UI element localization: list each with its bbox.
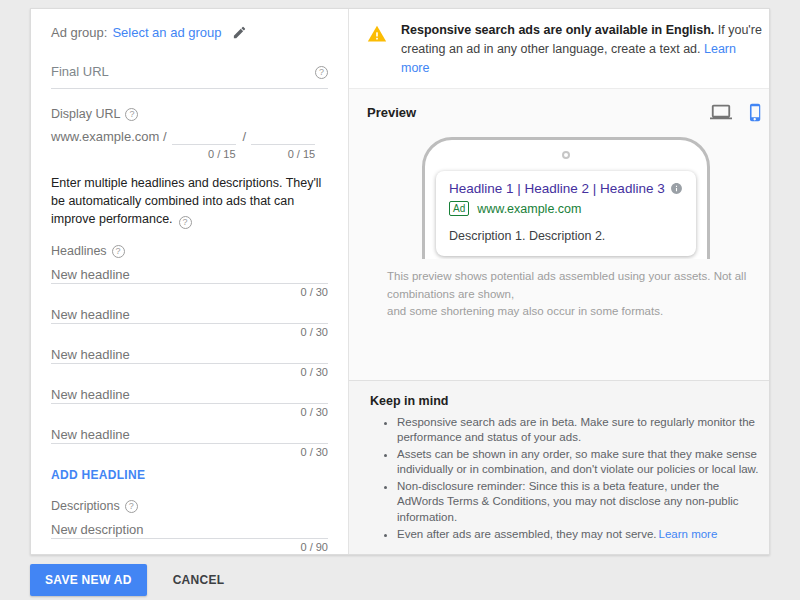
language-warning-banner: Responsive search ads are only available… <box>349 9 770 89</box>
display-path-1: 0 / 15 <box>172 128 236 160</box>
cancel-button[interactable]: CANCEL <box>173 573 225 587</box>
help-icon[interactable]: ? <box>112 245 125 258</box>
display-path-1-input[interactable] <box>172 128 236 145</box>
headline-4-input[interactable] <box>51 386 328 404</box>
descriptions-label: Descriptions <box>51 499 120 513</box>
edit-pencil-icon[interactable] <box>232 25 247 40</box>
help-icon[interactable]: ? <box>125 108 138 121</box>
ad-form-pane: Ad group: Select an ad group ? Display U… <box>31 9 348 554</box>
preview-caption: This preview shows potential ads assembl… <box>387 268 767 320</box>
mobile-preview-icon[interactable] <box>746 103 765 122</box>
bullet-text: Even after ads are assembled, they may n… <box>397 528 657 540</box>
headline-field-2: 0 / 30 <box>51 305 328 338</box>
preview-caption-line1: This preview shows potential ads assembl… <box>387 268 767 303</box>
ad-group-label: Ad group: <box>51 25 107 40</box>
path-2-counter: 0 / 15 <box>251 148 315 160</box>
display-url-base: www.example.com / <box>51 128 167 145</box>
bullet-text: Assets can be shown in any order, so mak… <box>397 448 758 475</box>
ad-preview-card: Headline 1 | Headline 2 | Headline 3 Ad … <box>436 171 696 256</box>
headline-3-counter: 0 / 30 <box>51 366 328 378</box>
help-icon[interactable]: ? <box>179 216 192 229</box>
bullet-text: Non-disclosure reminder: Since this is a… <box>397 480 739 522</box>
display-path-2-input[interactable] <box>251 128 315 145</box>
phone-camera-dot <box>562 151 570 159</box>
list-item: Non-disclosure reminder: Since this is a… <box>397 479 763 525</box>
headlines-label: Headlines <box>51 244 107 258</box>
bullet-text: Responsive search ads are in beta. Make … <box>397 416 755 443</box>
description-1-counter: 0 / 90 <box>51 541 328 553</box>
headline-5-input[interactable] <box>51 426 328 444</box>
preview-title: Preview <box>367 105 416 120</box>
list-item: Responsive search ads are in beta. Make … <box>397 415 763 445</box>
phone-preview-frame: Headline 1 | Headline 2 | Headline 3 Ad … <box>365 137 767 259</box>
intro-paragraph: Enter multiple headlines and description… <box>51 174 328 228</box>
headline-field-3: 0 / 30 <box>51 345 328 378</box>
list-item: Even after ads are assembled, they may n… <box>397 527 763 542</box>
display-url-label: Display URL <box>51 107 120 121</box>
ad-badge: Ad <box>449 201 469 216</box>
headline-3-input[interactable] <box>51 346 328 364</box>
warning-bold-text: Responsive search ads are only available… <box>401 23 714 37</box>
responsive-search-ad-editor: Ad group: Select an ad group ? Display U… <box>0 0 800 600</box>
headline-1-counter: 0 / 30 <box>51 286 328 298</box>
preview-section: Preview H <box>349 89 770 379</box>
keep-in-mind-learn-more-link[interactable]: Learn more <box>659 528 718 540</box>
path-1-counter: 0 / 15 <box>172 148 236 160</box>
headline-field-5: 0 / 30 <box>51 425 328 458</box>
display-url-separator: / <box>243 128 247 145</box>
warning-text: Responsive search ads are only available… <box>401 21 767 77</box>
display-path-2: 0 / 15 <box>251 128 315 160</box>
add-headline-button[interactable]: ADD HEADLINE <box>51 468 145 482</box>
final-url-input[interactable] <box>51 64 315 79</box>
context-pane: Responsive search ads are only available… <box>348 9 770 554</box>
help-icon[interactable]: ? <box>125 500 138 513</box>
ad-editor-card: Ad group: Select an ad group ? Display U… <box>30 8 770 555</box>
save-new-ad-button[interactable]: SAVE NEW AD <box>30 564 147 596</box>
warning-icon <box>367 24 387 44</box>
ad-preview-headline: Headline 1 | Headline 2 | Headline 3 <box>449 181 665 196</box>
headline-1-input[interactable] <box>51 266 328 284</box>
keep-in-mind-list: Responsive search ads are in beta. Make … <box>370 415 763 542</box>
keep-in-mind-title: Keep in mind <box>370 394 763 408</box>
final-url-field: ? <box>51 64 328 89</box>
description-1-input[interactable] <box>51 521 328 539</box>
description-field-1: 0 / 90 <box>51 520 328 553</box>
preview-caption-line2: and some shortening may also occur in so… <box>387 303 767 320</box>
headline-4-counter: 0 / 30 <box>51 406 328 418</box>
list-item: Assets can be shown in any order, so mak… <box>397 447 763 477</box>
headline-field-1: 0 / 30 <box>51 265 328 298</box>
desktop-preview-icon[interactable] <box>710 101 732 123</box>
ad-group-row: Ad group: Select an ad group <box>51 25 328 40</box>
headline-5-counter: 0 / 30 <box>51 446 328 458</box>
ad-preview-url: www.example.com <box>477 202 581 216</box>
headline-field-4: 0 / 30 <box>51 385 328 418</box>
headline-2-counter: 0 / 30 <box>51 326 328 338</box>
footer-actions: SAVE NEW AD CANCEL <box>30 564 224 596</box>
phone-mockup: Headline 1 | Headline 2 | Headline 3 Ad … <box>422 137 710 259</box>
help-icon[interactable]: ? <box>315 66 328 79</box>
headline-2-input[interactable] <box>51 306 328 324</box>
display-url-block: Display URL ? www.example.com / 0 / 15 /… <box>51 107 328 160</box>
ad-preview-description: Description 1. Description 2. <box>449 229 683 243</box>
select-ad-group-link[interactable]: Select an ad group <box>112 25 221 40</box>
info-icon[interactable] <box>670 182 683 195</box>
keep-in-mind-section: Keep in mind Responsive search ads are i… <box>349 380 770 554</box>
